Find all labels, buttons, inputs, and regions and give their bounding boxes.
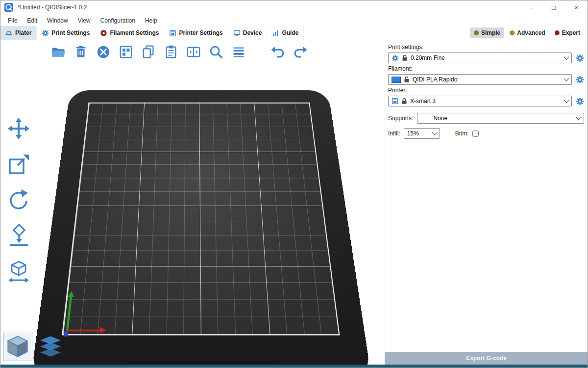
printer-gear-button[interactable] (575, 97, 584, 105)
top-toolbar (49, 43, 310, 61)
split-icon (185, 44, 202, 60)
delete-button[interactable] (72, 43, 90, 61)
supports-combo[interactable]: None (417, 113, 584, 124)
printer-combo[interactable]: X-smart 3 (388, 96, 572, 106)
printer-icon (169, 29, 176, 37)
open-button[interactable] (49, 43, 68, 61)
mode-simple[interactable]: Simple (470, 27, 504, 38)
mode-label: Advanced (517, 29, 545, 36)
menu-configuration[interactable]: Configuration (96, 17, 140, 24)
simple-mode-icon (474, 30, 479, 36)
tab-bar: Plater Print Settings Filament Settings … (0, 26, 588, 40)
infill-label: Infill: (388, 130, 400, 137)
print-settings-gear-button[interactable] (575, 53, 584, 62)
layer-height-icon (230, 44, 247, 60)
advanced-mode-icon (510, 30, 514, 36)
scale-icon (7, 153, 30, 176)
device-icon (233, 29, 241, 37)
print-settings-value: 0.20mm Fine (411, 54, 445, 61)
supports-label: Supports: (388, 115, 413, 122)
chevron-down-icon (564, 76, 569, 81)
filament-value: QIDI PLA Rapido (413, 76, 457, 83)
bottom-edge-bar (0, 365, 588, 368)
copy-button[interactable] (139, 43, 158, 61)
left-toolbar (4, 115, 33, 286)
preview-layers-button[interactable] (36, 332, 65, 361)
lock-icon (404, 76, 410, 83)
brim-checkbox[interactable] (472, 131, 479, 137)
lock-icon (402, 54, 408, 61)
arrange-button[interactable] (117, 43, 135, 61)
rotate-icon (7, 188, 30, 212)
tab-filament-settings[interactable]: Filament Settings (95, 26, 164, 40)
gear-icon (392, 54, 399, 62)
variable-layer-height-button[interactable] (229, 43, 248, 61)
split-button[interactable] (184, 43, 203, 61)
print-settings-label: Print settings: (388, 44, 584, 51)
tab-guide[interactable]: Guide (267, 26, 304, 40)
tab-label: Guide (282, 29, 298, 36)
filament-color-swatch (392, 77, 401, 83)
search-icon (208, 44, 224, 60)
brim-label: Brim: (455, 130, 469, 137)
delete-all-button[interactable] (94, 43, 113, 61)
y-axis-indicator (66, 297, 72, 331)
mode-selector: Simple Advanced Expert (470, 26, 588, 40)
title-bar: *Untitled - QIDISlicer-1.0.2 – □ × (0, 0, 588, 15)
copy-icon (140, 44, 157, 60)
tab-label: Plater (15, 29, 31, 36)
layers-icon (38, 334, 63, 359)
move-tool-button[interactable] (4, 115, 33, 142)
infill-combo[interactable]: 15% (404, 128, 440, 139)
mode-label: Simple (481, 29, 500, 36)
3d-viewport[interactable] (0, 40, 385, 365)
mode-advanced[interactable]: Advanced (506, 27, 549, 38)
lock-icon (401, 98, 407, 105)
menu-window[interactable]: Window (42, 17, 73, 24)
tab-print-settings[interactable]: Print Settings (37, 26, 95, 40)
place-on-face-icon (7, 224, 30, 248)
menu-view[interactable]: View (73, 17, 96, 24)
3d-editor-view-button[interactable] (3, 332, 32, 361)
tab-plater[interactable]: Plater (0, 26, 37, 40)
chevron-down-icon (432, 130, 437, 135)
size-icon (7, 260, 30, 284)
export-gcode-button[interactable]: Export G-code (385, 352, 588, 365)
printer-value: X-smart 3 (410, 98, 436, 105)
filament-gear-button[interactable] (575, 75, 584, 84)
mode-expert[interactable]: Expert (551, 27, 584, 38)
filament-icon (100, 29, 107, 37)
infill-value: 15% (407, 130, 419, 137)
rotate-tool-button[interactable] (4, 186, 33, 214)
window-title: *Untitled - QIDISlicer-1.0.2 (18, 4, 87, 11)
move-icon (7, 117, 30, 140)
filament-combo[interactable]: QIDI PLA Rapido (388, 74, 572, 85)
printer-label: Printer: (388, 87, 584, 94)
filament-label: Filament: (388, 65, 584, 72)
undo-button[interactable] (269, 43, 287, 61)
scale-tool-button[interactable] (4, 151, 33, 178)
minimize-button[interactable]: – (520, 0, 542, 15)
size-tool-button[interactable] (4, 258, 33, 286)
menu-file[interactable]: File (3, 17, 22, 24)
place-on-face-tool-button[interactable] (4, 222, 33, 250)
printer-icon (392, 98, 398, 105)
menu-help[interactable]: Help (140, 17, 162, 24)
tab-printer-settings[interactable]: Printer Settings (164, 26, 228, 40)
redo-button[interactable] (291, 43, 310, 61)
print-settings-combo[interactable]: 0.20mm Fine (388, 53, 572, 63)
trash-icon (73, 44, 89, 60)
maximize-button[interactable]: □ (542, 0, 565, 15)
paste-button[interactable] (162, 43, 180, 61)
delete-all-icon (95, 44, 112, 60)
chevron-down-icon (576, 114, 581, 120)
arrange-icon (118, 44, 134, 60)
search-button[interactable] (207, 43, 225, 61)
close-button[interactable]: × (565, 0, 588, 15)
paste-icon (163, 44, 179, 60)
menu-edit[interactable]: Edit (22, 17, 42, 24)
chevron-down-icon (564, 97, 569, 103)
tab-label: Print Settings (51, 29, 90, 36)
tab-device[interactable]: Device (228, 26, 268, 40)
chevron-down-icon (564, 54, 569, 59)
